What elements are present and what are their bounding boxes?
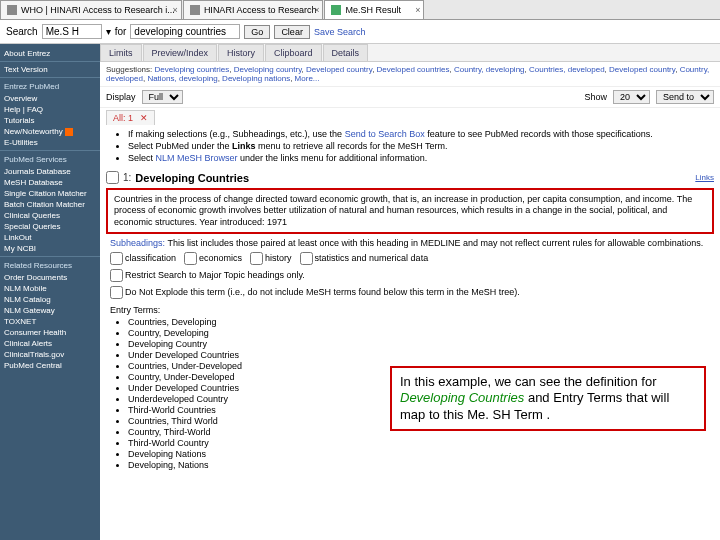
sidebar-item[interactable]: Clinical Queries	[0, 210, 100, 221]
close-icon[interactable]: ✕	[137, 113, 148, 123]
entry-term: Developing Country	[128, 339, 720, 349]
sidebar-item[interactable]: NLM Catalog	[0, 294, 100, 305]
sidebar-item[interactable]: Consumer Health	[0, 327, 100, 338]
entry-term: Under Developed Countries	[128, 350, 720, 360]
suggestions-row: Suggestions: Developing countries, Devel…	[100, 62, 720, 87]
browser-tab-2[interactable]: HINARI Access to Research×	[183, 0, 324, 19]
chevron-down-icon[interactable]: ▾	[106, 26, 111, 37]
entry-term: Developing, Nations	[128, 460, 720, 470]
for-label: for	[115, 26, 127, 37]
result-checkbox[interactable]	[106, 171, 119, 184]
subheading-check[interactable]: statistics and numerical data	[300, 253, 429, 263]
sidebar: About Entrez Text Version Entrez PubMed …	[0, 44, 100, 540]
sidebar-item[interactable]: ClinicalTrials.gov	[0, 349, 100, 360]
rss-icon	[65, 128, 73, 136]
entry-term: Country, Developing	[128, 328, 720, 338]
sidebar-about[interactable]: About Entrez	[0, 48, 100, 59]
sidebar-section-entrez: Entrez PubMed	[0, 80, 100, 93]
result-title[interactable]: Developing Countries	[135, 172, 249, 184]
go-button[interactable]: Go	[244, 25, 270, 39]
entry-term: Countries, Developing	[128, 317, 720, 327]
result-count-tab[interactable]: All: 1 ✕	[106, 110, 155, 125]
suggestion-link[interactable]: Developing countries	[155, 65, 230, 74]
sidebar-item[interactable]: NLM Gateway	[0, 305, 100, 316]
sidebar-item[interactable]: Journals Database	[0, 166, 100, 177]
sidebar-item[interactable]: Overview	[0, 93, 100, 104]
subheadings-link[interactable]: Subheadings:	[110, 238, 165, 248]
browser-tabs: WHO | HINARI Access to Research i...× HI…	[0, 0, 720, 20]
sidebar-item[interactable]: Batch Citation Matcher	[0, 199, 100, 210]
subtab[interactable]: Details	[323, 44, 369, 61]
suggestion-link[interactable]: Countries, developed	[529, 65, 605, 74]
subheading-check[interactable]: economics	[184, 253, 242, 263]
sidebar-item[interactable]: TOXNET	[0, 316, 100, 327]
sidebar-item[interactable]: Clinical Alerts	[0, 338, 100, 349]
subtab[interactable]: History	[218, 44, 264, 61]
suggestion-link[interactable]: Developed countries	[377, 65, 450, 74]
result-header: 1: Developing Countries Links	[100, 169, 720, 186]
close-icon[interactable]: ×	[415, 5, 420, 15]
subtab[interactable]: Preview/Index	[143, 44, 218, 61]
tip-item: Select PubMed under the Links menu to re…	[128, 141, 710, 151]
subheading-check[interactable]: classification	[110, 253, 176, 263]
subtab[interactable]: Limits	[100, 44, 142, 61]
sendto-select[interactable]: Send to	[656, 90, 714, 104]
noexplode-row: Do Not Explode this term (i.e., do not i…	[100, 284, 720, 301]
subtab[interactable]: Clipboard	[265, 44, 322, 61]
display-label: Display	[106, 92, 136, 102]
display-mode-select[interactable]: Full	[142, 90, 183, 104]
restrict-row: Restrict Search to Major Topic headings …	[100, 267, 720, 284]
display-row: Display Full Show 20 Send to	[100, 87, 720, 108]
browser-tab-1[interactable]: WHO | HINARI Access to Research i...×	[0, 0, 182, 19]
subtabs: LimitsPreview/IndexHistoryClipboardDetai…	[100, 44, 720, 62]
browser-tab-3[interactable]: Me.SH Result×	[324, 0, 424, 19]
sidebar-item[interactable]: Single Citation Matcher	[0, 188, 100, 199]
tip-link[interactable]: NLM MeSH Browser	[156, 153, 238, 163]
clear-button[interactable]: Clear	[274, 25, 310, 39]
sidebar-item[interactable]: PubMed Central	[0, 360, 100, 371]
close-icon[interactable]: ×	[173, 5, 178, 15]
suggestion-link[interactable]: Developed country	[609, 65, 675, 74]
save-search-link[interactable]: Save Search	[314, 27, 366, 37]
suggestion-link[interactable]: Nations, developing	[147, 74, 217, 83]
sidebar-item[interactable]: Tutorials	[0, 115, 100, 126]
suggestion-link[interactable]: Developing country	[234, 65, 302, 74]
page-icon	[7, 5, 17, 15]
sidebar-item[interactable]: LinkOut	[0, 232, 100, 243]
sidebar-item[interactable]: MeSH Database	[0, 177, 100, 188]
search-label: Search	[6, 26, 38, 37]
noexplode-check[interactable]: Do Not Explode this term (i.e., do not i…	[110, 287, 520, 297]
tip-item: Select NLM MeSH Browser under the links …	[128, 153, 710, 163]
entry-term: Developing Nations	[128, 449, 720, 459]
show-label: Show	[584, 92, 607, 102]
sidebar-item[interactable]: My NCBI	[0, 243, 100, 254]
suggestion-link[interactable]: Developed country	[306, 65, 372, 74]
annotation-callout: In this example, we can see the definiti…	[390, 366, 706, 431]
restrict-check[interactable]: Restrict Search to Major Topic headings …	[110, 270, 305, 280]
sidebar-section-related: Related Resources	[0, 259, 100, 272]
content-area: LimitsPreview/IndexHistoryClipboardDetai…	[100, 44, 720, 540]
definition-box: Countries in the process of change direc…	[106, 188, 714, 234]
sidebar-item[interactable]: E-Utilities	[0, 137, 100, 148]
suggestion-link[interactable]: Developing nations	[222, 74, 290, 83]
entry-terms-label: Entry Terms:	[100, 301, 720, 317]
page-icon	[331, 5, 341, 15]
more-link[interactable]: More...	[295, 74, 320, 83]
subheading-check[interactable]: history	[250, 253, 292, 263]
show-count-select[interactable]: 20	[613, 90, 650, 104]
sidebar-item[interactable]: Order Documents	[0, 272, 100, 283]
sidebar-item[interactable]: New/Noteworthy	[0, 126, 100, 137]
tip-link[interactable]: Send to Search Box	[345, 129, 425, 139]
suggestion-link[interactable]: Country, developing	[454, 65, 525, 74]
sidebar-section-pubmed: PubMed Services	[0, 153, 100, 166]
result-number: 1:	[123, 172, 131, 183]
close-icon[interactable]: ×	[314, 5, 319, 15]
result-links[interactable]: Links	[695, 173, 714, 182]
sidebar-text-version[interactable]: Text Version	[0, 64, 100, 75]
sidebar-item[interactable]: NLM Mobile	[0, 283, 100, 294]
page-icon	[190, 5, 200, 15]
sidebar-item[interactable]: Help | FAQ	[0, 104, 100, 115]
sidebar-item[interactable]: Special Queries	[0, 221, 100, 232]
search-db-input[interactable]	[42, 24, 102, 39]
search-term-input[interactable]	[130, 24, 240, 39]
